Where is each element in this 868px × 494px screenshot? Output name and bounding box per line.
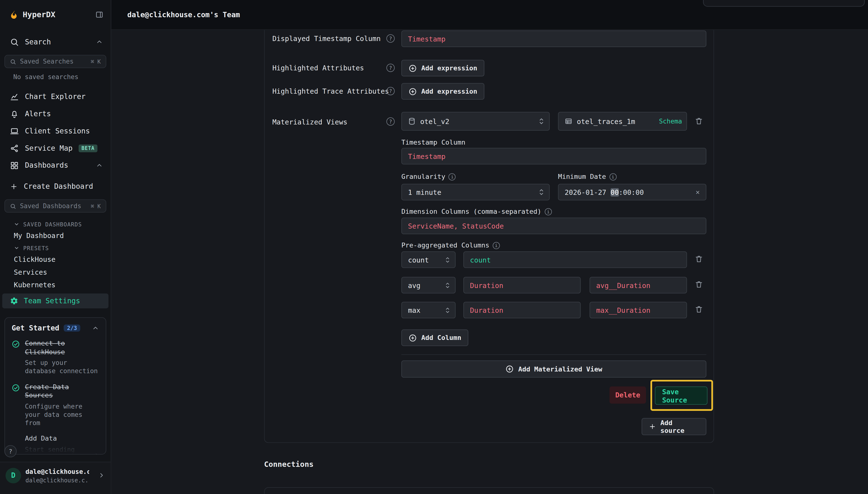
mv-timestamp-column-input[interactable]: Timestamp [401, 148, 706, 164]
create-dashboard-label: Create Dashboard [24, 182, 93, 190]
presets-section-header[interactable]: PRESETS [0, 243, 111, 253]
mv-database-select[interactable]: otel_v2 [401, 112, 550, 131]
divider [401, 354, 706, 355]
aggregation-expression-input[interactable]: count [463, 251, 687, 268]
sidebar-item-label: Chart Explorer [25, 92, 85, 101]
laptop-icon [10, 127, 19, 135]
highlighted-attributes-label: Highlighted Attributes [272, 63, 364, 73]
saved-searches-placeholder: Saved Searches [20, 57, 74, 65]
shortcut-hint: ⌘ K [91, 203, 101, 209]
search-icon [10, 58, 16, 64]
sidebar-item-client-sessions[interactable]: Client Sessions [0, 122, 111, 139]
no-saved-searches-note: No saved searches [13, 73, 111, 81]
sidebar-item-label: Service Map [25, 144, 73, 152]
saved-dashboards-input[interactable]: Saved Dashboards ⌘ K [4, 199, 106, 212]
search-icon [10, 37, 19, 46]
collapse-sidebar-icon[interactable] [95, 10, 103, 18]
help-icon: ? [386, 117, 395, 126]
granularity-select[interactable]: 1 minute [401, 184, 550, 201]
circle-plus-icon [408, 334, 417, 342]
chevron-up-icon[interactable] [96, 38, 103, 45]
sidebar-item-dashboards[interactable]: Dashboards [0, 157, 111, 174]
shortcut-hint: ⌘ K [91, 58, 101, 64]
add-expression-button[interactable]: Add expression [401, 83, 484, 99]
materialized-views-label: Materialized Views [272, 118, 347, 127]
schema-link[interactable]: Schema [659, 117, 682, 125]
service-map-icon [10, 144, 19, 153]
chevron-up-icon[interactable] [92, 324, 99, 332]
delete-column-icon[interactable] [695, 305, 703, 313]
sidebar-item-label: Dashboards [25, 161, 69, 169]
create-dashboard-button[interactable]: Create Dashboard [0, 177, 111, 195]
circle-plus-icon [408, 87, 417, 95]
dimension-columns-input[interactable]: ServiceName, StatusCode [401, 217, 706, 234]
aggregation-alias-input[interactable]: avg__Duration [590, 277, 687, 293]
user-menu[interactable]: D dale@clickhouse.c... dale@clickhouse.c… [0, 462, 111, 494]
minimum-date-label: Minimum Date i [558, 173, 616, 180]
hyperdx-flame-icon [9, 10, 18, 19]
sidebar-item-service-map[interactable]: Service Map BETA [0, 139, 111, 157]
user-email: dale@clickhouse.c... [25, 477, 89, 483]
beta-badge: BETA [79, 144, 97, 152]
aggregation-fn-select[interactable]: count [401, 251, 456, 268]
app-window: HyperDX Search Saved Searches ⌘ K No sav… [0, 0, 868, 494]
aggregation-expression-input[interactable]: Duration [463, 277, 581, 293]
fade-overlay [5, 440, 106, 454]
get-started-header[interactable]: Get Started 2/3 [12, 324, 99, 332]
delete-column-icon[interactable] [695, 280, 703, 288]
circle-plus-icon [408, 64, 417, 72]
info-icon: i [448, 173, 456, 180]
add-column-button[interactable]: Add Column [401, 329, 468, 346]
dimension-columns-label: Dimension Columns (comma-separated) i [401, 208, 552, 215]
add-materialized-view-button[interactable]: Add Materialized View [401, 361, 706, 378]
add-source-button[interactable]: Add source [642, 418, 707, 435]
aggregation-fn-select[interactable]: max [401, 302, 456, 318]
chevron-up-icon[interactable] [96, 162, 103, 169]
saved-dashboards-section-header[interactable]: SAVED DASHBOARDS [0, 219, 111, 229]
get-started-item-sources[interactable]: Create Data Sources Configure where your… [12, 383, 99, 428]
delete-materialized-view-icon[interactable] [695, 117, 703, 125]
sidebar-item-label: Client Sessions [25, 127, 90, 135]
check-circle-icon [12, 383, 21, 428]
dashboard-item-my-dashboard[interactable]: My Dashboard [0, 229, 111, 242]
help-button[interactable]: ? [4, 445, 17, 457]
chevron-down-icon [14, 245, 19, 251]
add-expression-button[interactable]: Add expression [401, 60, 484, 76]
select-chevrons-icon [444, 255, 450, 264]
clear-date-icon[interactable]: ✕ [696, 188, 700, 196]
preset-item-kubernetes[interactable]: Kubernetes [0, 279, 111, 291]
connections-panel [264, 487, 714, 494]
saved-dashboards-placeholder: Saved Dashboards [20, 202, 81, 210]
mv-table-select[interactable]: otel_traces_1m Schema [558, 112, 687, 131]
circle-plus-icon [505, 365, 514, 373]
top-right-panel[interactable] [703, 0, 865, 6]
displayed-timestamp-label: Displayed Timestamp Column [272, 34, 381, 43]
info-icon: i [545, 208, 552, 215]
aggregation-expression-input[interactable]: Duration [463, 302, 581, 318]
delete-source-button[interactable]: Delete [610, 386, 646, 404]
progress-badge: 2/3 [64, 324, 80, 332]
saved-searches-input[interactable]: Saved Searches ⌘ K [4, 55, 106, 68]
get-started-item-connect[interactable]: Connect to ClickHouse Set up your databa… [12, 339, 99, 376]
select-chevrons-icon [538, 188, 545, 197]
sidebar-item-search[interactable]: Search [0, 33, 111, 51]
info-icon: i [610, 173, 617, 180]
displayed-timestamp-input[interactable]: Timestamp [401, 31, 706, 47]
aggregation-fn-select[interactable]: avg [401, 277, 456, 293]
sidebar-item-team-settings[interactable]: Team Settings [2, 293, 109, 308]
sidebar-item-chart-explorer[interactable]: Chart Explorer [0, 88, 111, 105]
delete-column-icon[interactable] [695, 255, 703, 263]
aggregation-alias-input[interactable]: max__Duration [590, 302, 687, 318]
preset-item-clickhouse[interactable]: ClickHouse [0, 253, 111, 266]
get-started-title: Get Started [12, 324, 59, 332]
sidebar: HyperDX Search Saved Searches ⌘ K No sav… [0, 0, 111, 494]
grid-icon [10, 161, 19, 170]
mv-timestamp-column-label: Timestamp Column [401, 138, 465, 146]
minimum-date-input[interactable]: 2026-01-27 00:00:00 ✕ [558, 184, 707, 201]
select-chevrons-icon [444, 306, 450, 314]
save-source-button[interactable]: Save Source [655, 386, 708, 405]
sidebar-item-alerts[interactable]: Alerts [0, 105, 111, 122]
preset-item-services[interactable]: Services [0, 266, 111, 278]
sidebar-item-label: Alerts [25, 110, 51, 118]
bell-icon [10, 110, 19, 118]
